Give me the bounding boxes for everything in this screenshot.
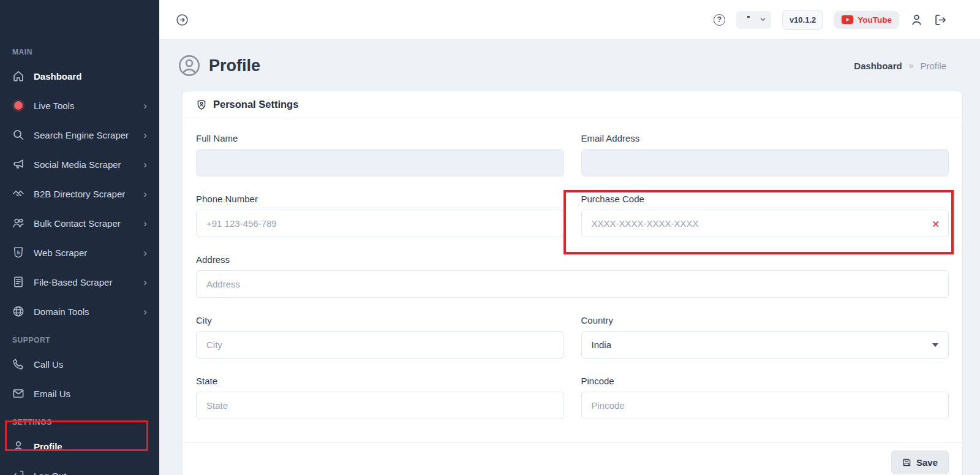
page-header: Profile Dashboard » Profile [178,51,946,80]
chevron-right-icon: › [143,130,147,140]
city-field[interactable] [196,331,564,359]
file-lines-icon [12,276,24,288]
sidebar-item-label: Domain Tools [34,306,89,317]
topbar-right-cluster: ? v10.1.2 YouTube [714,10,947,30]
clear-purchase-code-button[interactable]: ✕ [932,219,940,228]
sidebar-item-log-out[interactable]: Log Out [0,461,159,475]
sidebar-item-live-tools[interactable]: Live Tools › [0,91,159,120]
card-header: Personal Settings [183,91,962,118]
sidebar-item-web-scraper[interactable]: 5 Web Scraper › [0,238,159,267]
city-label: City [196,315,564,325]
purchase-code-field[interactable] [581,210,949,237]
sidebar-item-social-media-scraper[interactable]: Social Media Scraper › [0,150,159,179]
breadcrumb-dashboard-link[interactable]: Dashboard [854,61,902,71]
state-field[interactable] [196,392,564,419]
person-icon [12,440,24,452]
sidebar-item-call-us[interactable]: Call Us [0,349,159,379]
live-dot-icon [12,99,24,112]
sidebar-item-label: Web Scraper [34,248,87,258]
shield-person-icon [196,99,207,110]
logout-button[interactable] [934,13,947,26]
breadcrumb-current: Profile [920,61,946,71]
full-name-label: Full Name [196,133,564,143]
chevron-right-icon: › [143,248,147,258]
sidebar-item-label: Email Us [34,389,70,399]
address-field[interactable] [196,270,949,298]
chevron-right-icon: › [143,277,147,287]
search-icon [12,129,24,141]
card-footer: Save [183,443,962,475]
sidebar-item-label: Log Out [34,471,66,475]
personal-settings-card: Personal Settings Full Name Email Addres… [182,91,963,475]
address-label: Address [196,254,949,265]
user-account-button[interactable] [910,13,923,26]
chevron-right-icon: › [143,306,147,317]
email-field[interactable] [581,149,949,177]
email-label: Email Address [581,133,949,143]
pincode-field[interactable] [581,392,949,419]
chevron-right-icon: › [143,218,147,229]
person-icon [910,13,923,26]
youtube-button[interactable]: YouTube [834,11,899,29]
sidebar-item-label: Bulk Contact Scraper [34,218,121,229]
sidebar-item-bulk-contact-scraper[interactable]: Bulk Contact Scraper › [0,208,159,238]
sidebar-item-profile[interactable]: Profile [0,431,159,461]
sidebar-item-label: Call Us [34,359,63,370]
sidebar-section-support: SUPPORT [0,336,159,344]
sidebar-item-email-us[interactable]: Email Us [0,379,159,408]
chevron-right-icon: › [143,189,147,199]
sidebar-item-label: Search Engine Scraper [34,130,129,140]
breadcrumb-separator: » [909,61,914,70]
globe-icon [12,305,24,317]
people-icon [12,217,24,229]
sidebar-item-file-based-scraper[interactable]: File-Based Scraper › [0,267,159,297]
phone-icon [12,358,24,370]
youtube-icon [842,15,853,24]
arrow-right-circle-icon [176,13,189,26]
youtube-label: YouTube [858,15,892,25]
sidebar-item-label: Live Tools [34,101,74,111]
version-badge: v10.1.2 [782,10,823,30]
full-name-field[interactable] [196,149,564,177]
html5-icon: 5 [12,246,24,259]
sidebar-item-label: B2B Directory Scraper [34,189,125,199]
sidebar-toggle-button[interactable] [176,13,189,26]
sidebar-section-settings: SETTINGS [0,418,159,427]
topbar: ? v10.1.2 YouTube [159,0,980,40]
save-button[interactable]: Save [891,450,949,474]
sidebar-item-label: Social Media Scraper [34,159,121,170]
sidebar-item-domain-tools[interactable]: Domain Tools › [0,297,159,326]
chevron-right-icon: › [143,101,147,111]
pincode-label: Pincode [581,376,949,386]
sidebar-item-dashboard[interactable]: Dashboard [0,61,159,91]
save-icon [902,458,911,467]
phone-number-label: Phone Number [196,194,564,204]
country-flag-icon [742,15,756,25]
page-title: Profile [209,56,260,75]
sidebar-item-label: File-Based Scraper [34,277,112,287]
chevron-down-icon [760,18,766,21]
caret-down-icon [932,343,938,347]
country-selected-value: India [592,340,612,350]
help-icon[interactable]: ? [714,14,725,26]
sidebar-section-main: MAIN [0,48,159,56]
country-select[interactable]: India [581,331,949,359]
language-selector[interactable] [736,11,771,29]
card-title: Personal Settings [213,99,298,110]
sidebar-item-label: Profile [34,441,62,452]
handshake-icon [12,188,24,200]
sidebar-item-b2b-directory-scraper[interactable]: B2B Directory Scraper › [0,179,159,208]
sidebar-nav: MAIN Dashboard Live Tools › Search Engin… [0,0,159,475]
phone-number-field[interactable] [196,210,564,237]
country-label: Country [581,315,949,325]
save-button-label: Save [916,457,938,468]
state-label: State [196,376,564,386]
megaphone-icon [12,158,24,170]
logout-icon [12,469,24,475]
chevron-right-icon: › [143,159,147,170]
envelope-icon [12,387,24,400]
breadcrumb: Dashboard » Profile [854,61,946,71]
card-body: Full Name Email Address Phone Number Pur… [183,118,962,443]
home-icon [12,70,24,82]
sidebar-item-search-engine-scraper[interactable]: Search Engine Scraper › [0,120,159,150]
